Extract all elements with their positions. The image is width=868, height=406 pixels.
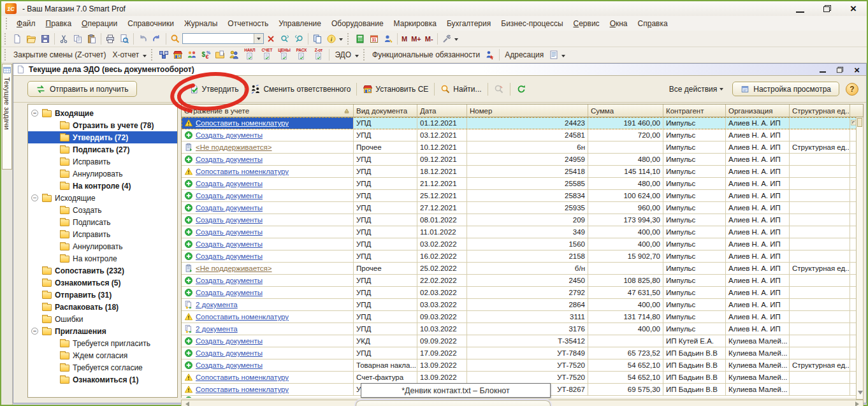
doc-shortcut-счет[interactable]: СЧЕТ bbox=[258, 48, 275, 61]
store-icon[interactable] bbox=[171, 48, 185, 62]
refresh-button[interactable] bbox=[514, 83, 529, 96]
chevron-down-icon[interactable] bbox=[339, 38, 343, 43]
memory-button-m[interactable]: M bbox=[400, 32, 409, 46]
tree-item-10[interactable]: Подписать bbox=[28, 216, 177, 228]
new-document-icon[interactable] bbox=[10, 32, 24, 46]
action-link[interactable]: Создать документы bbox=[196, 228, 263, 236]
doc-shortcut-цены[interactable]: ЦЕНЫ bbox=[275, 48, 293, 61]
action-link[interactable]: Создать документы bbox=[196, 180, 263, 187]
tree-item-16[interactable]: Отправить (31) bbox=[28, 289, 177, 301]
tree-item-3[interactable]: Утвердить (72) bbox=[28, 131, 177, 143]
table-row-10[interactable]: Создать документыУПД11.01.2022349400,00И… bbox=[182, 226, 863, 238]
table-row-2[interactable]: Создать документыУПД03.12.202124581720,0… bbox=[182, 129, 863, 141]
staff-icon[interactable] bbox=[227, 48, 241, 62]
approve-button[interactable]: Утвердить bbox=[187, 83, 242, 96]
tree-item-1[interactable]: –Входящие bbox=[28, 107, 177, 119]
tree-collapse-icon[interactable]: – bbox=[31, 110, 38, 117]
window-close-button[interactable]: × bbox=[854, 65, 860, 75]
tree-item-12[interactable]: Аннулировать bbox=[28, 240, 177, 252]
action-link[interactable]: 2 документа bbox=[196, 301, 238, 308]
table-row-5[interactable]: Сопоставить номенклатуруУПД18.12.2021254… bbox=[182, 166, 863, 178]
table-row-20[interactable]: Создать документыУПД17.09.2022УТ-784965 … bbox=[182, 347, 863, 359]
menu-item-7[interactable]: Управление bbox=[273, 17, 326, 30]
tree-item-14[interactable]: Сопоставить (232) bbox=[28, 265, 177, 277]
tree-item-11[interactable]: Исправить bbox=[28, 228, 177, 240]
table-row-12[interactable]: Создать документыУПД16.02.2022215815 902… bbox=[182, 250, 863, 263]
scroll-left-arrow-icon[interactable] bbox=[183, 402, 189, 406]
memory-button-m-[interactable]: M- bbox=[423, 32, 435, 46]
tree-item-19[interactable]: –Приглашения bbox=[28, 325, 177, 337]
paste-icon[interactable] bbox=[85, 32, 99, 46]
copy-icon[interactable] bbox=[71, 32, 85, 46]
wrench-icon[interactable] bbox=[440, 32, 454, 46]
menu-item-2[interactable]: Правка bbox=[41, 17, 77, 30]
tree-item-18[interactable]: Ошибки bbox=[28, 313, 177, 325]
action-link[interactable]: Создать документы bbox=[196, 156, 263, 163]
scroll-down-arrow-icon[interactable] bbox=[858, 391, 863, 397]
help-button[interactable]: ? bbox=[846, 83, 858, 96]
tree-item-8[interactable]: –Исходящие bbox=[28, 192, 177, 204]
table-row-16[interactable]: 2 документаУПД03.03.20222864400,00Импуль… bbox=[182, 299, 863, 311]
action-link[interactable]: Создать документы bbox=[196, 337, 263, 345]
column-header-1[interactable]: Отражение в учете bbox=[182, 105, 354, 117]
set-se-button[interactable]: Установить СЕ bbox=[360, 83, 431, 96]
tree-item-4[interactable]: Подписать (27) bbox=[28, 143, 177, 156]
chevron-down-icon[interactable] bbox=[143, 55, 147, 59]
doc-shortcut-z-от[interactable]: Z-от bbox=[310, 48, 327, 61]
menu-item-9[interactable]: Маркировка bbox=[389, 17, 442, 30]
menu-item-8[interactable]: Оборудование bbox=[326, 17, 389, 30]
action-link[interactable]: <Не поддерживается> bbox=[196, 265, 272, 272]
tree-item-21[interactable]: Ждем согласия bbox=[28, 349, 177, 361]
redo-icon[interactable] bbox=[150, 32, 164, 46]
functional-duties-icon[interactable] bbox=[483, 48, 497, 62]
find-next-icon[interactable] bbox=[278, 32, 292, 46]
menu-item-3[interactable]: Операции bbox=[76, 17, 122, 30]
find-button[interactable]: Найти... bbox=[438, 83, 484, 96]
people-icon[interactable] bbox=[185, 48, 199, 62]
menu-item-4[interactable]: Справочники bbox=[122, 17, 179, 30]
action-link[interactable]: Сопоставить номенклатуру bbox=[196, 373, 289, 381]
close-button[interactable]: × bbox=[850, 4, 857, 13]
restore-button[interactable] bbox=[823, 5, 831, 12]
memory-button-m+[interactable]: M+ bbox=[409, 32, 423, 46]
tree-item-2[interactable]: Отразить в учете (78) bbox=[28, 119, 177, 131]
tree-item-15[interactable]: Ознакомиться (5) bbox=[28, 277, 177, 289]
vertical-scrollbar[interactable] bbox=[856, 117, 864, 400]
tree-item-13[interactable]: На контроле bbox=[28, 252, 177, 265]
action-link[interactable]: Создать документы bbox=[196, 361, 263, 369]
addressing-button[interactable]: Адресация bbox=[502, 50, 547, 59]
action-link[interactable]: Создать документы bbox=[196, 252, 263, 260]
quick-search-input[interactable] bbox=[182, 33, 264, 44]
column-header-4[interactable]: Номер bbox=[467, 105, 588, 117]
money-icon[interactable]: $€% bbox=[199, 48, 213, 62]
action-link[interactable]: Создать документы bbox=[196, 131, 263, 139]
scroll-right-arrow-icon[interactable] bbox=[855, 402, 862, 406]
change-responsible-button[interactable]: Сменить ответственного bbox=[248, 83, 353, 96]
action-link[interactable]: Создать документы bbox=[196, 240, 263, 248]
clear-find-button[interactable] bbox=[491, 83, 507, 96]
user-permissions-icon[interactable] bbox=[381, 32, 395, 46]
print-preview-icon[interactable] bbox=[117, 32, 131, 46]
edo-button[interactable]: ЭДО bbox=[331, 50, 354, 59]
action-link[interactable]: Создать документы bbox=[196, 289, 263, 296]
action-link[interactable]: Создать документы bbox=[196, 277, 263, 284]
tree-item-6[interactable]: Аннулировать bbox=[28, 168, 177, 180]
column-header-7[interactable]: Организация bbox=[726, 105, 790, 117]
vertical-scrollbar-thumb[interactable] bbox=[857, 118, 862, 127]
calendar-icon[interactable]: 31 bbox=[367, 32, 381, 46]
window-restore-button[interactable] bbox=[837, 66, 843, 72]
tree-item-9[interactable]: Создать bbox=[28, 204, 177, 216]
action-link[interactable]: <Не поддерживается> bbox=[196, 143, 272, 151]
tree-item-5[interactable]: Исправить bbox=[28, 156, 177, 168]
search-icon[interactable] bbox=[168, 32, 182, 46]
table-row-1[interactable]: Сопоставить номенклатуруУПД01.12.2021244… bbox=[182, 117, 863, 129]
doc-shortcut-накл[interactable]: НАКЛ bbox=[241, 48, 258, 61]
table-row-11[interactable]: Создать документыУПД03.02.20221560400,00… bbox=[182, 238, 863, 250]
menu-item-10[interactable]: Бухгалтерия bbox=[442, 17, 496, 30]
menu-item-6[interactable]: Отчетность bbox=[222, 17, 273, 30]
clear-search-icon[interactable] bbox=[264, 32, 278, 46]
all-actions-button[interactable]: Все действия bbox=[667, 83, 726, 95]
action-link[interactable]: Сопоставить номенклатуру bbox=[196, 168, 289, 175]
action-link[interactable]: Сопоставить номенклатуру bbox=[196, 119, 289, 127]
table-row-15[interactable]: Создать документыУПД02.03.2022279247 631… bbox=[182, 287, 863, 299]
